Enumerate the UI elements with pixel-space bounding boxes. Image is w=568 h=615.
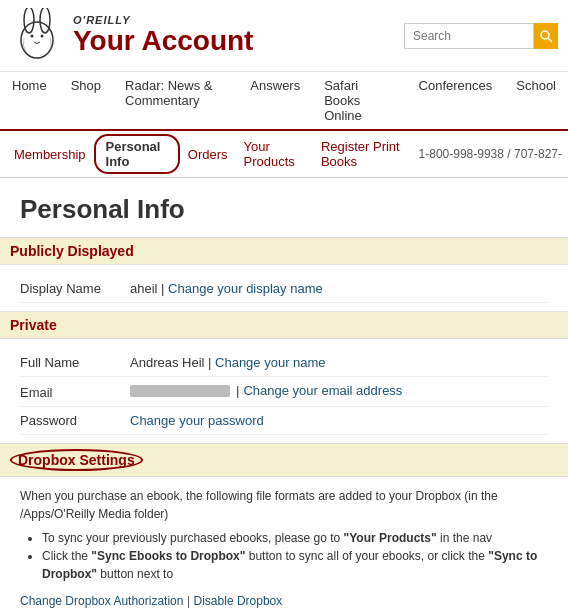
phone-number: 1-800-998-9938 / 707-827- (419, 147, 562, 161)
field-row-full-name: Full Name Andreas Heil | Change your nam… (20, 349, 548, 377)
dropbox-bullet-1: To sync your previously purchased ebooks… (42, 529, 548, 547)
section-header-private: Private (0, 311, 568, 339)
search-icon (539, 29, 553, 43)
page-content: Personal Info Publicly Displayed Display… (0, 178, 568, 615)
svg-point-4 (31, 35, 34, 38)
disable-dropbox-link[interactable]: Disable Dropbox (194, 594, 283, 608)
field-label-password: Password (20, 413, 130, 428)
nav-conferences[interactable]: Conferences (407, 72, 505, 129)
logo-area: O'REILLY Your Account (10, 8, 404, 63)
dropbox-links: Change Dropbox Authorization | Disable D… (20, 593, 548, 608)
dropbox-bullet-2: Click the "Sync Ebooks to Dropbox" butto… (42, 547, 548, 583)
nav-school[interactable]: School (504, 72, 568, 129)
field-value-password: Change your password (130, 413, 264, 428)
logo-text-group: O'REILLY Your Account (73, 14, 253, 57)
field-label-display-name: Display Name (20, 281, 130, 296)
field-value-full-name: Andreas Heil | Change your name (130, 355, 326, 370)
section-header-public: Publicly Displayed (0, 237, 568, 265)
subnav-orders[interactable]: Orders (180, 143, 236, 166)
section-title-private: Private (10, 317, 57, 333)
dropbox-circle-decoration: Dropbox Settings (10, 449, 143, 471)
header: O'REILLY Your Account (0, 0, 568, 72)
change-dropbox-auth-link[interactable]: Change Dropbox Authorization (20, 594, 183, 608)
search-button[interactable] (534, 23, 558, 49)
nav-radar[interactable]: Radar: News & Commentary (113, 72, 238, 129)
section-header-dropbox: Dropbox Settings (0, 443, 568, 477)
field-value-email: | Change your email address (130, 383, 402, 398)
change-name-link[interactable]: Change your name (215, 355, 326, 370)
search-area (404, 23, 558, 49)
logo-account-text: Your Account (73, 26, 253, 57)
change-display-name-link[interactable]: Change your display name (168, 281, 323, 296)
nav-safari[interactable]: Safari Books Online (312, 72, 406, 129)
subnav-register-print[interactable]: Register Print Books (313, 135, 419, 173)
subnav-personal-info[interactable]: Personal Info (94, 134, 180, 174)
change-password-link[interactable]: Change your password (130, 413, 264, 428)
field-label-email: Email (20, 385, 130, 400)
logo-rabbit-icon (10, 8, 65, 63)
search-input[interactable] (404, 23, 534, 49)
sub-nav: Membership Personal Info Orders Your Pro… (0, 131, 568, 178)
svg-line-7 (548, 38, 552, 42)
section-title-dropbox: Dropbox Settings (18, 452, 135, 468)
field-value-display-name: aheil | Change your display name (130, 281, 323, 296)
section-dropbox: Dropbox Settings When you purchase an eb… (20, 443, 548, 616)
main-nav: Home Shop Radar: News & Commentary Answe… (0, 72, 568, 131)
field-label-full-name: Full Name (20, 355, 130, 370)
section-title-public: Publicly Displayed (10, 243, 134, 259)
section-private: Private Full Name Andreas Heil | Change … (20, 311, 548, 435)
nav-home[interactable]: Home (0, 72, 59, 129)
change-email-link[interactable]: Change your email address (243, 383, 402, 398)
svg-rect-0 (10, 8, 65, 63)
svg-point-5 (41, 35, 44, 38)
svg-point-6 (541, 31, 549, 39)
field-row-password: Password Change your password (20, 407, 548, 435)
nav-shop[interactable]: Shop (59, 72, 113, 129)
field-row-display-name: Display Name aheil | Change your display… (20, 275, 548, 303)
field-row-email: Email | Change your email address (20, 377, 548, 407)
section-publicly-displayed: Publicly Displayed Display Name aheil | … (20, 237, 548, 303)
dropbox-bullet-list: To sync your previously purchased ebooks… (42, 529, 548, 583)
email-blurred (130, 385, 230, 397)
nav-answers[interactable]: Answers (238, 72, 312, 129)
subnav-your-products[interactable]: Your Products (236, 135, 313, 173)
subnav-membership[interactable]: Membership (6, 143, 94, 166)
page-title: Personal Info (20, 194, 548, 225)
dropbox-description: When you purchase an ebook, the followin… (20, 487, 548, 523)
